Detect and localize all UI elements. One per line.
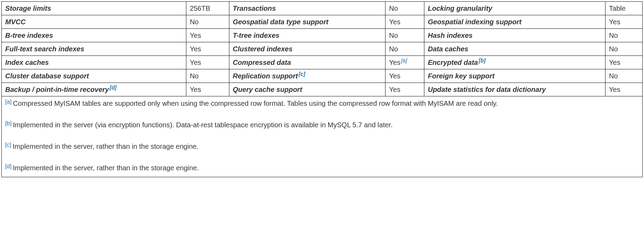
feature-value: Yes (605, 15, 643, 29)
footnote: [c]Implemented in the server, rather tha… (5, 142, 639, 151)
feature-label: Backup / point-in-time recovery[d] (2, 83, 186, 96)
feature-value: Yes (186, 83, 229, 96)
feature-value: Yes (186, 29, 229, 42)
feature-value: Yes (385, 15, 424, 29)
feature-label: B-tree indexes (2, 29, 186, 42)
feature-label-text: Hash indexes (428, 32, 473, 39)
footnote: [b]Implemented in the server (via encryp… (5, 120, 639, 130)
table-row: Cluster database supportNoReplication su… (2, 69, 643, 83)
feature-value: No (605, 69, 643, 83)
table-row: Backup / point-in-time recovery[d]YesQue… (2, 83, 643, 96)
table-row: MVCCNoGeospatial data type supportYesGeo… (2, 15, 643, 29)
feature-label: Cluster database support (2, 69, 186, 83)
feature-label: Locking granularity (424, 2, 605, 15)
feature-value: Yes (186, 42, 229, 56)
footnote-mark: [c] (5, 142, 11, 148)
feature-value-text: Yes (609, 86, 620, 93)
feature-value-text: Yes (389, 59, 400, 66)
feature-value-text: Yes (609, 18, 620, 26)
feature-label-text: Geospatial indexing support (428, 18, 522, 26)
footnote-mark: [d] (5, 163, 11, 169)
feature-value-text: No (190, 72, 199, 80)
feature-value-text: Yes (190, 59, 201, 66)
footnote-ref-c[interactable]: [c] (299, 71, 305, 77)
feature-value-text: No (389, 45, 398, 53)
feature-value-text: Yes (190, 32, 201, 39)
feature-value-text: Yes (609, 59, 620, 66)
feature-label-text: Query cache support (233, 86, 302, 93)
footnote-text: Implemented in the server, rather than i… (13, 164, 199, 172)
feature-label: Geospatial indexing support (424, 15, 605, 29)
feature-value: No (385, 2, 424, 15)
feature-label: Replication support[c] (229, 69, 385, 83)
feature-value: No (605, 29, 643, 42)
feature-value-text: Table (609, 5, 626, 12)
feature-value-text: No (389, 5, 398, 12)
feature-label-text: Replication support (233, 72, 298, 80)
feature-label: Transactions (229, 2, 385, 15)
footnote-text: Implemented in the server (via encryptio… (13, 121, 392, 129)
footnote-text: Compressed MyISAM tables are supported o… (13, 100, 498, 107)
feature-label: Compressed data (229, 56, 385, 69)
feature-value-text: No (190, 18, 199, 26)
feature-label-text: Backup / point-in-time recovery (5, 86, 109, 93)
feature-value: Yes (186, 56, 229, 69)
footnotes-row: [a]Compressed MyISAM tables are supporte… (2, 96, 643, 177)
feature-value-text: No (609, 45, 618, 53)
table-row: Index cachesYesCompressed dataYes[a]Encr… (2, 56, 643, 69)
feature-value: 256TB (186, 2, 229, 15)
feature-label-text: Update statistics for data dictionary (428, 86, 546, 93)
feature-value: No (605, 42, 643, 56)
footnote: [a]Compressed MyISAM tables are supporte… (5, 98, 639, 108)
storage-engine-features-table: Storage limits256TBTransactionsNoLocking… (1, 1, 643, 177)
feature-value: No (385, 29, 424, 42)
feature-value-text: No (609, 72, 618, 80)
footnote-ref-d[interactable]: [d] (110, 85, 117, 91)
feature-label: MVCC (2, 15, 186, 29)
feature-value: No (186, 69, 229, 83)
feature-value-text: Yes (190, 86, 201, 93)
feature-value: Yes (385, 83, 424, 96)
feature-label-text: MVCC (5, 18, 26, 26)
feature-value-text: Yes (190, 45, 201, 53)
table-row: Full-text search indexesYesClustered ind… (2, 42, 643, 56)
table-row: B-tree indexesYesT-tree indexesNoHash in… (2, 29, 643, 42)
feature-label: Update statistics for data dictionary (424, 83, 605, 96)
feature-value: Yes (605, 56, 643, 69)
feature-label-text: B-tree indexes (5, 32, 53, 39)
feature-value-text: Yes (389, 72, 400, 80)
footnote-ref-a[interactable]: [a] (401, 58, 407, 63)
feature-label: Storage limits (2, 2, 186, 15)
feature-label-text: Cluster database support (5, 72, 89, 80)
feature-label-text: Full-text search indexes (5, 45, 84, 53)
feature-label: Hash indexes (424, 29, 605, 42)
feature-value: Table (605, 2, 643, 15)
feature-label-text: Foreign key support (428, 72, 494, 80)
footnote: [d]Implemented in the server, rather tha… (5, 163, 639, 173)
feature-label-text: Data caches (428, 45, 468, 53)
footnote-mark: [a] (5, 98, 11, 105)
footnotes-cell: [a]Compressed MyISAM tables are supporte… (2, 96, 643, 177)
feature-label-text: Transactions (233, 5, 276, 12)
feature-value: Yes[a] (385, 56, 424, 69)
footnote-ref-b[interactable]: [b] (478, 58, 485, 63)
feature-label: Geospatial data type support (229, 15, 385, 29)
feature-label: Clustered indexes (229, 42, 385, 56)
feature-label: Full-text search indexes (2, 42, 186, 56)
feature-value: No (385, 42, 424, 56)
feature-label: Data caches (424, 42, 605, 56)
feature-label: T-tree indexes (229, 29, 385, 42)
feature-label: Query cache support (229, 83, 385, 96)
feature-label: Index caches (2, 56, 186, 69)
feature-value: No (186, 15, 229, 29)
feature-value: Yes (385, 69, 424, 83)
feature-value-text: No (609, 32, 618, 39)
feature-value-text: No (389, 32, 398, 39)
feature-value: Yes (605, 83, 643, 96)
table-row: Storage limits256TBTransactionsNoLocking… (2, 2, 643, 15)
feature-label-text: Storage limits (5, 5, 51, 12)
feature-label: Foreign key support (424, 69, 605, 83)
footnote-text: Implemented in the server, rather than i… (12, 143, 198, 150)
feature-value-text: Yes (389, 86, 400, 93)
feature-value-text: 256TB (190, 5, 210, 12)
